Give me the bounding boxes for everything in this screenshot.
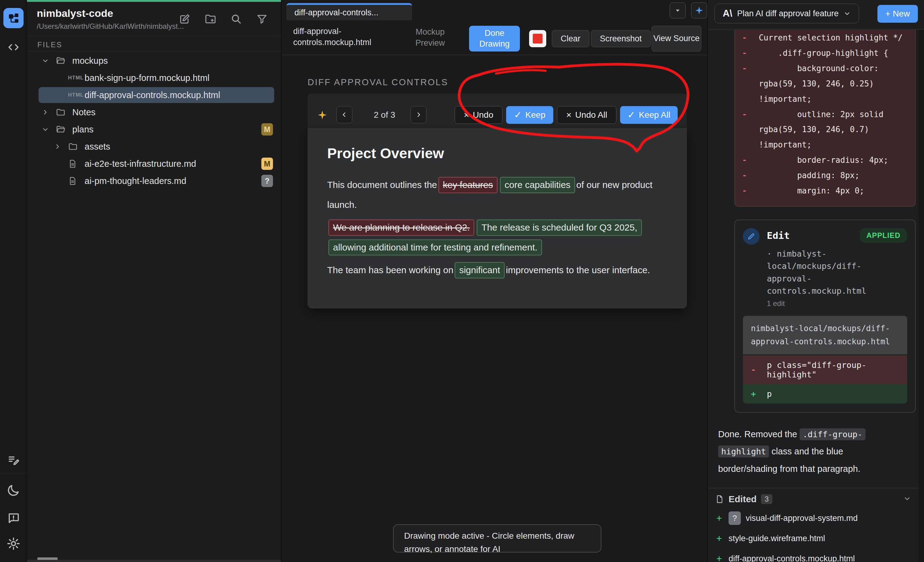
chevron-right-icon[interactable] bbox=[42, 108, 56, 116]
doc-paragraphs: This document outlines thekey featuresco… bbox=[327, 175, 667, 280]
removed-line-marker: - bbox=[735, 107, 754, 122]
feedback-chat-icon[interactable] bbox=[0, 511, 27, 525]
tree-item-ai-pm-thought-leaders.md[interactable]: ai-pm-thought-leaders.md? bbox=[27, 172, 281, 189]
tree-item-Notes[interactable]: Notes bbox=[27, 104, 281, 121]
edit-file-path: · nimbalyst-local/mockups/diff-approval-… bbox=[767, 248, 874, 298]
toolbar-file-name: diff-approval-controls.mockup.html bbox=[293, 26, 388, 48]
diff-button-label: Keep bbox=[525, 110, 545, 120]
file-tree: mockupsHTMLbank-sign-up-form.mockup.html… bbox=[27, 52, 281, 189]
screenshot-button[interactable]: Screenshot bbox=[591, 30, 651, 47]
code-line: !important; bbox=[735, 92, 915, 107]
prev-diff-button[interactable] bbox=[336, 106, 352, 123]
edit-pencil-icon bbox=[743, 228, 759, 245]
tree-item-label: ai-e2e-test-infrastructure.md bbox=[84, 159, 196, 169]
tree-item-label: mockups bbox=[72, 56, 108, 66]
tree-item-plans[interactable]: plansM bbox=[27, 121, 281, 138]
document-heading: Project Overview bbox=[327, 145, 667, 162]
search-icon[interactable] bbox=[230, 12, 243, 26]
tree-item-mockups[interactable]: mockups bbox=[27, 52, 281, 69]
code-text: padding: 8px; bbox=[754, 168, 860, 183]
diff-del-row: -p class="diff-group-highlight" bbox=[743, 355, 907, 384]
new-folder-icon[interactable] bbox=[204, 12, 217, 26]
edit-tool-card[interactable]: Edit APPLIED · nimbalyst-local/mockups/d… bbox=[734, 219, 916, 413]
tree-item-label: ai-pm-thought-leaders.md bbox=[84, 176, 186, 186]
edited-file-name: diff-approval-controls.mockup.html bbox=[729, 554, 855, 562]
diff-row-text: p class="diff-group-highlight" bbox=[767, 360, 899, 379]
edit-diff-rows: -p class="diff-group-highlight"+p bbox=[743, 355, 907, 403]
code-line: - padding: 8px; bbox=[735, 168, 915, 183]
code-text: background-color: bbox=[754, 61, 879, 76]
session-title: Plan AI diff approval feature bbox=[737, 9, 838, 18]
undo-all-button[interactable]: ×Undo All bbox=[557, 106, 616, 124]
chevron-down-icon bbox=[843, 10, 851, 17]
folder-icon bbox=[56, 107, 72, 117]
code-text: border-radius: 4px; bbox=[754, 153, 888, 168]
code-text: outline: 2px solid bbox=[754, 107, 884, 122]
ai-chat-panel: A\ Plan AI diff approval feature + New -… bbox=[707, 0, 924, 562]
inserted-text-chip: core capabilities bbox=[500, 177, 575, 193]
code-text: !important; bbox=[754, 137, 812, 153]
diff-pager: 2 of 3 bbox=[362, 106, 408, 124]
chevron-down-icon[interactable] bbox=[42, 126, 56, 133]
chevron-down-icon[interactable] bbox=[42, 57, 56, 65]
code-text: rgba(59, 130, 246, 0.25) bbox=[754, 76, 874, 92]
keep-all-button[interactable]: ✓Keep All bbox=[620, 106, 678, 124]
tree-item-assets[interactable]: assets bbox=[27, 138, 281, 155]
drawing-color-swatch[interactable] bbox=[529, 30, 546, 47]
filter-icon[interactable] bbox=[255, 12, 268, 26]
mockup-document-card: Project Overview This document outlines … bbox=[308, 128, 687, 308]
inserted-text-chip: significant bbox=[454, 262, 505, 278]
removed-line-marker: - bbox=[735, 46, 754, 61]
undo-button[interactable]: ×Undo bbox=[454, 106, 502, 124]
chevron-right-icon[interactable] bbox=[54, 143, 68, 150]
notes-edit-icon[interactable] bbox=[0, 454, 27, 467]
code-line: - background-color: bbox=[735, 61, 915, 76]
clear-button[interactable]: Clear bbox=[552, 30, 590, 47]
rail-divider bbox=[0, 473, 27, 473]
tree-item-label: bank-sign-up-form.mockup.html bbox=[84, 73, 210, 83]
chat-scroll-area[interactable]: - Current selection highlight */- .diff-… bbox=[708, 30, 919, 562]
next-diff-button[interactable] bbox=[411, 106, 426, 123]
scrollbar-gutter[interactable] bbox=[918, 30, 924, 562]
x-icon: × bbox=[566, 110, 572, 120]
settings-gear-icon[interactable] bbox=[0, 536, 27, 551]
edited-file-name: style-guide.wireframe.html bbox=[729, 534, 825, 543]
code-line: - margin: 4px 0; bbox=[735, 183, 915, 199]
edited-section: Edited 3 +?visual-diff-approval-system.m… bbox=[708, 488, 919, 562]
tab-dropdown-button[interactable] bbox=[670, 3, 686, 18]
tree-item-diff-approval-controls.mockup.html[interactable]: HTMLdiff-approval-controls.mockup.html bbox=[27, 86, 281, 104]
code-icon[interactable] bbox=[0, 41, 27, 54]
edit-file-header[interactable]: nimbalyst-local/mockups/diff-approval-co… bbox=[743, 316, 907, 355]
edited-label: Edited bbox=[729, 494, 757, 504]
removed-line-marker: - bbox=[735, 183, 754, 199]
git-status-badge: M bbox=[261, 123, 273, 135]
chevron-down-icon[interactable] bbox=[903, 494, 911, 504]
diff-row-text: p bbox=[767, 389, 772, 398]
done-drawing-button[interactable]: Done Drawing bbox=[469, 26, 520, 51]
document-paragraph: We are planning to release in Q2.The rel… bbox=[327, 218, 674, 257]
folder-open-icon bbox=[56, 56, 72, 66]
code-line: !important; bbox=[735, 137, 915, 153]
dark-mode-moon-icon[interactable] bbox=[0, 483, 27, 497]
html-file-icon: HTML bbox=[68, 75, 84, 81]
md-icon bbox=[68, 176, 84, 185]
ai-logo-icon: A\ bbox=[723, 8, 732, 19]
view-source-button[interactable]: View Source bbox=[652, 26, 701, 51]
edited-header[interactable]: Edited 3 bbox=[708, 488, 919, 508]
check-icon: ✓ bbox=[627, 110, 635, 120]
code-text: rgba(59, 130, 246, 0.7) bbox=[754, 122, 869, 137]
edited-file-style-guide.wireframe.html[interactable]: +style-guide.wireframe.html bbox=[708, 528, 919, 548]
app-logo-icon[interactable] bbox=[3, 8, 24, 28]
tree-item-bank-sign-up-form.mockup.html[interactable]: HTMLbank-sign-up-form.mockup.html bbox=[27, 69, 281, 86]
tab-diff-approval-controls[interactable]: diff-approval-controls... bbox=[286, 3, 412, 20]
session-selector[interactable]: A\ Plan AI diff approval feature bbox=[714, 4, 859, 23]
ai-sparkle-button[interactable] bbox=[691, 3, 707, 18]
code-line: - Current selection highlight */ bbox=[735, 30, 915, 46]
edited-file-visual-diff-approval-system.md[interactable]: +?visual-diff-approval-system.md bbox=[708, 508, 919, 528]
new-session-button[interactable]: + New bbox=[878, 5, 918, 23]
keep-button[interactable]: ✓Keep bbox=[506, 106, 553, 124]
edited-file-diff-approval-controls.mockup.html[interactable]: +diff-approval-controls.mockup.html bbox=[708, 548, 919, 562]
tree-item-ai-e2e-test-infrastructure.md[interactable]: ai-e2e-test-infrastructure.mdM bbox=[27, 155, 281, 172]
mode-label: Mockup Preview bbox=[404, 26, 456, 49]
edit-file-icon[interactable] bbox=[178, 12, 192, 26]
